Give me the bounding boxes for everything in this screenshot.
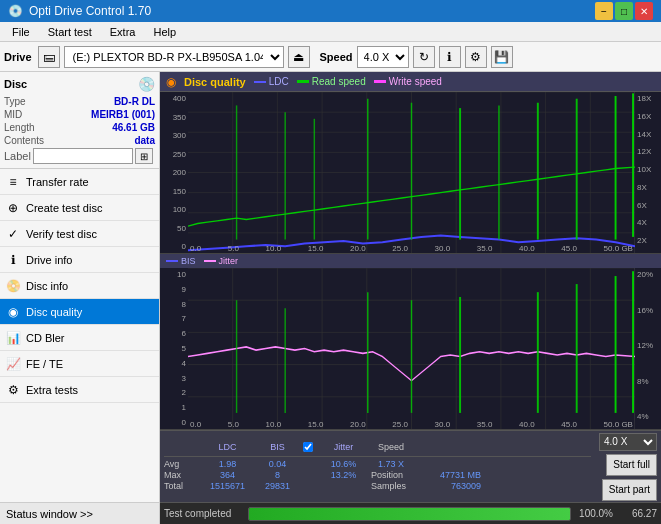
upper-chart: 400 350 300 250 200 150 100 50 0 (160, 92, 661, 254)
start-part-btn[interactable]: Start part (602, 479, 657, 501)
y-label-200: 200 (173, 168, 186, 177)
app-title: Opti Drive Control 1.70 (29, 4, 151, 18)
disc-label-input[interactable] (33, 148, 133, 164)
y-label-150: 150 (173, 187, 186, 196)
drive-select[interactable]: (E:) PLEXTOR BD-R PX-LB950SA 1.04 (64, 46, 284, 68)
stats-h-empty (164, 442, 200, 454)
nav-drive-info[interactable]: ℹ Drive info (0, 247, 159, 273)
x-label-40: 40.0 (519, 244, 535, 253)
menu-help[interactable]: Help (145, 24, 184, 40)
close-button[interactable]: ✕ (635, 2, 653, 20)
y-r-20pct: 20% (637, 270, 661, 279)
nav-disc-quality[interactable]: ◉ Disc quality (0, 299, 159, 325)
lower-chart: 10 9 8 7 6 5 4 3 2 1 0 (160, 268, 661, 430)
x-axis-lower: 0.0 5.0 10.0 15.0 20.0 25.0 30.0 35.0 40… (188, 420, 635, 429)
progress-bar-area: Test completed 100.0% 66.27 (160, 502, 661, 524)
progress-pct: 100.0% (575, 508, 613, 519)
nav-transfer-rate[interactable]: ≡ Transfer rate (0, 169, 159, 195)
speed-dropdown[interactable]: 4.0 X (599, 433, 657, 451)
nav-extra-tests[interactable]: ⚙ Extra tests (0, 377, 159, 403)
toolbar: Drive 🖴 (E:) PLEXTOR BD-R PX-LB950SA 1.0… (0, 42, 661, 72)
x-l-20: 20.0 (350, 420, 366, 429)
y-r-6x: 6X (637, 201, 661, 210)
create-test-disc-icon: ⊕ (6, 201, 20, 215)
nav-verify-test-disc[interactable]: ✓ Verify test disc (0, 221, 159, 247)
y-r-8x: 8X (637, 183, 661, 192)
stats-header-row: LDC BIS Jitter Speed (164, 442, 591, 457)
nav-disc-info[interactable]: 📀 Disc info (0, 273, 159, 299)
y-l-9: 9 (182, 285, 186, 294)
speed-icon-btn[interactable]: ↻ (413, 46, 435, 68)
x-l-0: 0.0 (190, 420, 201, 429)
disc-length-row: Length 46.61 GB (4, 122, 155, 133)
fe-te-icon: 📈 (6, 357, 20, 371)
stats-avg-bis: 0.04 (255, 459, 300, 469)
legend-write-speed-color (374, 80, 386, 83)
disc-mid-row: MID MEIRB1 (001) (4, 109, 155, 120)
transfer-rate-icon: ≡ (6, 175, 20, 189)
speed-select[interactable]: 4.0 X (357, 46, 409, 68)
status-window-btn[interactable]: Status window >> (0, 502, 159, 524)
y-label-50: 50 (177, 224, 186, 233)
y-axis-right-upper: 18X 16X 14X 12X 10X 8X 6X 4X 2X (635, 92, 661, 253)
upper-chart-area: 0.0 5.0 10.0 15.0 20.0 25.0 30.0 35.0 40… (188, 92, 635, 253)
extra-tests-label: Extra tests (26, 384, 78, 396)
x-axis-upper: 0.0 5.0 10.0 15.0 20.0 25.0 30.0 35.0 40… (188, 244, 635, 253)
x-l-40: 40.0 (519, 420, 535, 429)
y-label-250: 250 (173, 150, 186, 159)
quality-title: Disc quality (184, 76, 246, 88)
y-r-4x: 4X (637, 218, 661, 227)
disc-label-btn[interactable]: ⊞ (135, 148, 153, 164)
x-l-5: 5.0 (228, 420, 239, 429)
x-label-30: 30.0 (435, 244, 451, 253)
disc-panel-header: Disc 💿 (4, 76, 155, 92)
y-r-18x: 18X (637, 94, 661, 103)
stats-max-ldc: 364 (200, 470, 255, 480)
legend-read-speed-color (297, 80, 309, 83)
save-btn[interactable]: 💾 (491, 46, 513, 68)
menu-start-test[interactable]: Start test (40, 24, 100, 40)
stats-bar: LDC BIS Jitter Speed Avg 1.98 0.04 10.6%… (160, 430, 661, 502)
nav-fe-te[interactable]: 📈 FE / TE (0, 351, 159, 377)
disc-info-icon: 📀 (6, 279, 20, 293)
y-l-10: 10 (177, 270, 186, 279)
title-bar-controls: − □ ✕ (595, 2, 653, 20)
verify-test-disc-icon: ✓ (6, 227, 20, 241)
disc-contents-row: Contents data (4, 135, 155, 146)
info-btn[interactable]: ℹ (439, 46, 461, 68)
legend-ldc: LDC (254, 76, 289, 87)
disc-info-label: Disc info (26, 280, 68, 292)
legend-bis-label: BIS (181, 256, 196, 266)
x-label-10: 10.0 (266, 244, 282, 253)
y-label-0-upper: 0 (182, 242, 186, 251)
start-full-btn[interactable]: Start full (606, 454, 657, 476)
menu-extra[interactable]: Extra (102, 24, 144, 40)
jitter-checkbox[interactable] (303, 442, 313, 452)
drive-icon-btn[interactable]: 🖴 (38, 46, 60, 68)
stats-avg-row: Avg 1.98 0.04 10.6% 1.73 X (164, 459, 591, 469)
disc-quality-label: Disc quality (26, 306, 82, 318)
y-l-1: 1 (182, 403, 186, 412)
legend-bis: BIS (166, 256, 196, 266)
minimize-button[interactable]: − (595, 2, 613, 20)
menu-file[interactable]: File (4, 24, 38, 40)
legend-write-speed-label: Write speed (389, 76, 442, 87)
quality-header: ◉ Disc quality LDC Read speed Write spee… (160, 72, 661, 92)
x-l-10: 10.0 (266, 420, 282, 429)
eject-btn[interactable]: ⏏ (288, 46, 310, 68)
nav-create-test-disc[interactable]: ⊕ Create test disc (0, 195, 159, 221)
x-label-35: 35.0 (477, 244, 493, 253)
x-label-25: 25.0 (392, 244, 408, 253)
nav-cd-bler[interactable]: 📊 CD Bler (0, 325, 159, 351)
nav-items: ≡ Transfer rate ⊕ Create test disc ✓ Ver… (0, 169, 159, 502)
x-l-30: 30.0 (435, 420, 451, 429)
quality-icon: ◉ (166, 75, 176, 89)
y-l-6: 6 (182, 329, 186, 338)
settings-btn[interactable]: ⚙ (465, 46, 487, 68)
y-label-100: 100 (173, 205, 186, 214)
stats-total-ldc: 1515671 (200, 481, 255, 491)
charts-container: 400 350 300 250 200 150 100 50 0 (160, 92, 661, 430)
maximize-button[interactable]: □ (615, 2, 633, 20)
disc-type-row: Type BD-R DL (4, 96, 155, 107)
stats-max-label: Max (164, 470, 200, 480)
